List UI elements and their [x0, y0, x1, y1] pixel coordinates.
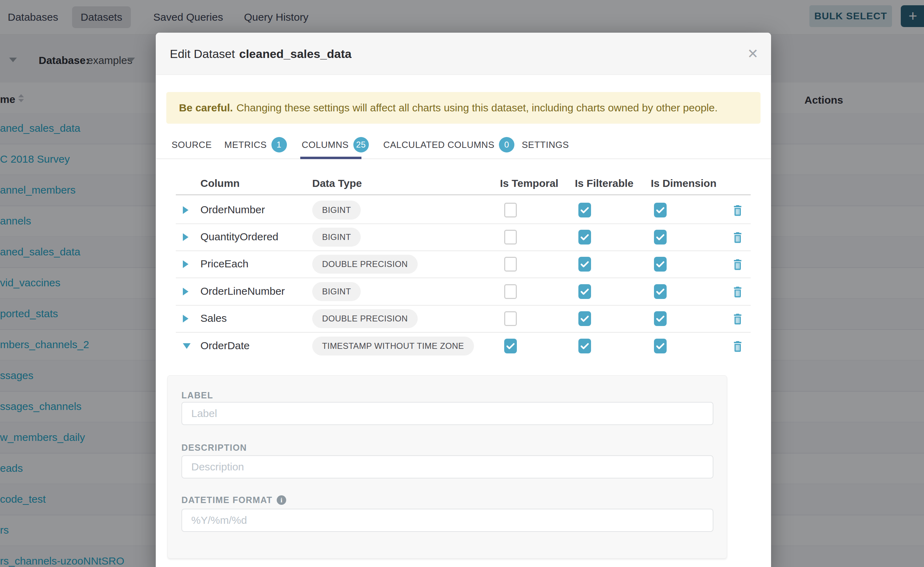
expand-caret-icon[interactable]	[183, 260, 188, 268]
description-field-label: DESCRIPTION	[181, 442, 247, 453]
data-type-pill: DOUBLE PRECISION	[312, 255, 418, 274]
is-filterable-checkbox-checked[interactable]	[578, 203, 591, 218]
data-type-pill: BIGINT	[312, 282, 361, 301]
delete-column-trash-icon[interactable]	[731, 311, 744, 326]
column-name: Sales	[200, 312, 227, 324]
is-dimension-checkbox-checked[interactable]	[654, 339, 667, 353]
tab-count-badge: 25	[354, 137, 369, 153]
delete-column-trash-icon[interactable]	[731, 230, 744, 244]
column-name: OrderLineNumber	[200, 285, 285, 297]
columns-table-header-rule	[176, 194, 751, 195]
is-dimension-checkbox-checked[interactable]	[654, 203, 667, 218]
modal-title-prefix: Edit Dataset	[170, 47, 235, 61]
tab-source[interactable]: SOURCE	[172, 134, 212, 156]
tab-settings[interactable]: SETTINGS	[522, 134, 569, 156]
is-temporal-checkbox-unchecked[interactable]	[504, 257, 517, 272]
active-tab-indicator	[300, 157, 361, 159]
delete-column-trash-icon[interactable]	[731, 339, 744, 353]
is-dimension-checkbox-checked[interactable]	[654, 311, 667, 326]
column-row-divider	[176, 250, 751, 251]
is-temporal-checkbox-checked[interactable]	[504, 339, 517, 353]
column-name: QuantityOrdered	[200, 231, 278, 243]
column-row-divider	[176, 224, 751, 224]
is-temporal-checkbox-unchecked[interactable]	[504, 284, 517, 299]
tab-label: SETTINGS	[522, 140, 569, 150]
is-temporal-checkbox-unchecked[interactable]	[504, 311, 517, 326]
description-input[interactable]	[181, 455, 713, 478]
is-filterable-checkbox-checked[interactable]	[578, 311, 591, 326]
warning-banner: Be careful. Changing these settings will…	[166, 92, 760, 124]
tab-label: CALCULATED COLUMNS	[383, 140, 494, 150]
edit-dataset-modal: Edit Dataset cleaned_sales_data ✕ Be car…	[156, 33, 771, 567]
warning-banner-bold: Be careful.	[179, 102, 233, 114]
column-row-divider	[176, 332, 751, 333]
columns-table-header-is-dimension: Is Dimension	[651, 177, 716, 189]
collapse-caret-icon[interactable]	[183, 343, 191, 349]
column-name: PriceEach	[200, 258, 248, 270]
delete-column-trash-icon[interactable]	[731, 257, 744, 272]
is-temporal-checkbox-unchecked[interactable]	[504, 230, 517, 244]
columns-table-header-datatype: Data Type	[312, 177, 362, 189]
tab-label: METRICS	[224, 140, 267, 150]
expand-caret-icon[interactable]	[183, 315, 188, 322]
tab-count-badge: 1	[271, 137, 287, 153]
datetime-format-input[interactable]	[181, 508, 713, 532]
expand-caret-icon[interactable]	[183, 206, 188, 214]
column-row-divider	[176, 278, 751, 278]
is-filterable-checkbox-checked[interactable]	[578, 230, 591, 244]
modal-title-dataset-name: cleaned_sales_data	[239, 47, 351, 61]
is-filterable-checkbox-checked[interactable]	[578, 339, 591, 353]
tab-label: SOURCE	[172, 140, 212, 150]
data-type-pill: BIGINT	[312, 201, 361, 220]
label-input[interactable]	[181, 402, 713, 425]
is-dimension-checkbox-checked[interactable]	[654, 284, 667, 299]
modal-title: Edit Dataset cleaned_sales_data	[170, 33, 352, 75]
label-field-label: LABEL	[181, 390, 213, 400]
column-row-divider	[176, 305, 751, 306]
data-type-pill: TIMESTAMP WITHOUT TIME ZONE	[312, 336, 474, 356]
close-icon[interactable]: ✕	[747, 33, 758, 75]
is-dimension-checkbox-checked[interactable]	[654, 257, 667, 272]
warning-banner-text: Changing these settings will affect all …	[236, 102, 718, 114]
tab-bar-border	[156, 158, 771, 159]
columns-table-header-is-filterable: Is Filterable	[575, 177, 634, 189]
tab-metrics[interactable]: METRICS1	[224, 134, 287, 156]
data-type-pill: BIGINT	[312, 228, 361, 247]
delete-column-trash-icon[interactable]	[731, 203, 744, 218]
columns-table-header-column: Column	[200, 177, 240, 189]
column-name: OrderDate	[200, 340, 250, 352]
is-temporal-checkbox-unchecked[interactable]	[504, 203, 517, 218]
tab-label: COLUMNS	[302, 140, 349, 150]
column-name: OrderNumber	[200, 204, 265, 216]
delete-column-trash-icon[interactable]	[731, 284, 744, 299]
expand-caret-icon[interactable]	[183, 288, 188, 296]
is-dimension-checkbox-checked[interactable]	[654, 230, 667, 244]
tab-columns[interactable]: COLUMNS25	[302, 134, 369, 156]
tab-calculated-columns[interactable]: CALCULATED COLUMNS0	[383, 134, 515, 156]
expand-caret-icon[interactable]	[183, 233, 188, 241]
data-type-pill: DOUBLE PRECISION	[312, 309, 418, 328]
is-filterable-checkbox-checked[interactable]	[578, 284, 591, 299]
is-filterable-checkbox-checked[interactable]	[578, 257, 591, 272]
datetime-format-field-label: DATETIME FORMAT i	[181, 495, 286, 505]
column-detail-panel: LABEL DESCRIPTION DATETIME FORMAT i	[167, 375, 727, 559]
info-icon[interactable]: i	[277, 495, 286, 505]
tab-count-badge: 0	[499, 137, 515, 153]
columns-table-header-is-temporal: Is Temporal	[500, 177, 558, 189]
